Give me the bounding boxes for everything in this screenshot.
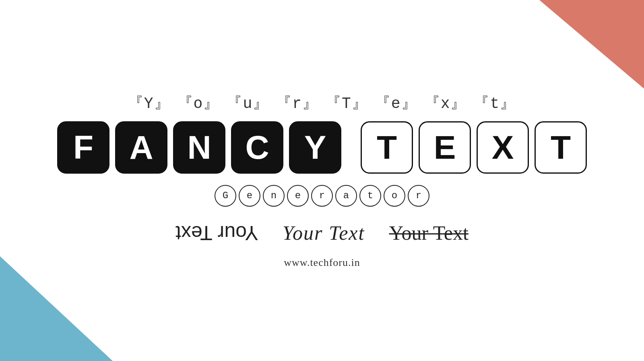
tile-gap xyxy=(347,121,355,174)
gen-circle-t: t xyxy=(359,185,381,207)
tile-A: A xyxy=(115,121,167,174)
main-content: 『Y』 『o』 『u』 『r』 『T』 『e』 『x』 『t』 F A N C … xyxy=(0,0,644,361)
bracket-char-x: 『x』 xyxy=(425,93,467,113)
gen-circle-G: G xyxy=(215,185,236,207)
bracket-char-o: 『o』 xyxy=(178,93,220,113)
bracket-char-u: 『u』 xyxy=(227,93,269,113)
gen-circle-e2: e xyxy=(287,185,309,207)
gen-circle-n: n xyxy=(263,185,285,207)
tile-C: C xyxy=(231,121,283,174)
tile-Y: Y xyxy=(289,121,341,174)
big-tiles-row: F A N C Y T E X T xyxy=(57,121,587,174)
tile-N: N xyxy=(173,121,225,174)
style-examples-row: Your Text Your Text Your Text xyxy=(175,221,469,245)
style-strikethrough-text: Your Text xyxy=(389,221,469,245)
tile-X: X xyxy=(477,121,529,174)
tile-F: F xyxy=(57,121,109,174)
gen-circle-r: r xyxy=(311,185,333,207)
bracket-char-Y: 『Y』 xyxy=(128,93,170,113)
gen-circle-a: a xyxy=(335,185,357,207)
generator-row: G e n e r a t o r xyxy=(215,185,429,207)
website-url: www.techforu.in xyxy=(284,257,360,269)
tile-T2: T xyxy=(535,121,587,174)
gen-circle-e: e xyxy=(239,185,260,207)
tile-E: E xyxy=(419,121,471,174)
bracket-char-T: 『T』 xyxy=(326,93,368,113)
style-serif-text: Your Text xyxy=(283,221,365,245)
gen-circle-o: o xyxy=(384,185,405,207)
gen-circle-r2: r xyxy=(408,185,429,207)
bracket-letters-row: 『Y』 『o』 『u』 『r』 『T』 『e』 『x』 『t』 xyxy=(128,93,516,113)
tile-T: T xyxy=(361,121,413,174)
bracket-char-e: 『e』 xyxy=(375,93,417,113)
bracket-char-r: 『r』 xyxy=(276,93,318,113)
style-flipped-text: Your Text xyxy=(175,221,258,245)
bracket-char-t: 『t』 xyxy=(474,93,516,113)
